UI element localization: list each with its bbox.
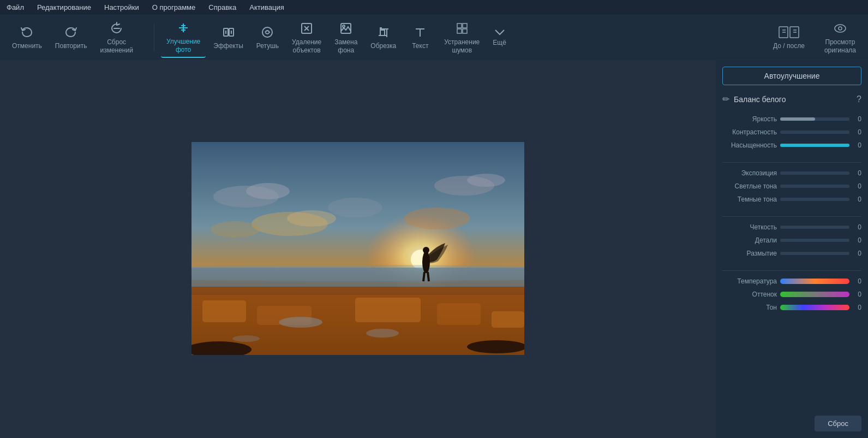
svg-rect-23 (457, 29, 462, 33)
saturation-value: 0 (853, 141, 861, 149)
help-button[interactable]: ? (857, 94, 861, 104)
temperature-row: Температура 0 (722, 277, 861, 285)
enhance-button[interactable]: Улучшение фото (161, 17, 206, 58)
clarity-label: Четкость (722, 223, 777, 231)
exposure-label: Экспозиция (722, 169, 777, 177)
blur-row: Размытие 0 (722, 250, 861, 257)
exposure-slider[interactable] (780, 171, 849, 175)
preview-button[interactable]: Просмотр оригинала (819, 17, 861, 57)
svg-point-44 (211, 221, 260, 238)
svg-line-59 (423, 272, 424, 281)
contrast-row: Контрастность 0 (722, 128, 861, 136)
menu-edit[interactable]: Редактирование (35, 2, 93, 13)
menu-about[interactable]: О программе (150, 2, 198, 13)
eyedropper-icon: ✏ (722, 94, 729, 104)
white-balance-row: ✏ Баланс белого ? (722, 94, 861, 104)
shadows-value: 0 (853, 196, 861, 203)
auto-enhance-button[interactable]: Автоулучшение (722, 67, 861, 85)
blur-value: 0 (853, 250, 861, 257)
temperature-value: 0 (853, 277, 861, 285)
shadows-label: Темные тона (722, 196, 777, 203)
contrast-slider[interactable] (780, 131, 849, 134)
undo-button[interactable]: Отменить (7, 17, 47, 57)
highlights-slider[interactable] (780, 185, 849, 188)
exposure-value: 0 (853, 169, 861, 177)
svg-point-32 (839, 27, 842, 30)
svg-rect-49 (202, 300, 246, 322)
temperature-slider[interactable] (780, 279, 849, 284)
clarity-slider[interactable] (780, 226, 849, 229)
remove-objects-button[interactable]: Удаление объектов (286, 17, 327, 57)
canvas-area[interactable] (0, 60, 715, 438)
crop-button[interactable]: Обрезка (365, 21, 402, 53)
details-label: Детали (722, 236, 777, 244)
toolbar-right: До / после Просмотр оригинала (768, 17, 861, 57)
tint-label: Оттенок (722, 291, 777, 298)
highlights-value: 0 (853, 182, 861, 190)
svg-point-37 (246, 183, 290, 199)
saturation-slider[interactable] (780, 144, 849, 147)
clarity-sliders: Четкость 0 Детали 0 Размытие 0 (722, 223, 861, 257)
menu-settings[interactable]: Настройки (102, 2, 141, 13)
denoise-button[interactable]: Устранение шумов (439, 17, 485, 57)
exposure-sliders: Экспозиция 0 Светлые тона 0 Темные тона … (722, 169, 861, 203)
svg-point-43 (404, 208, 470, 229)
svg-point-56 (232, 335, 260, 342)
reset-changes-button[interactable]: Сброс изменений (94, 17, 138, 57)
svg-point-57 (422, 251, 430, 273)
tone-label: Тон (722, 304, 777, 311)
retouch-button[interactable]: Ретушь (251, 21, 284, 53)
effects-button[interactable]: Эффекты (208, 21, 249, 53)
svg-line-60 (428, 272, 429, 281)
svg-point-54 (279, 317, 322, 328)
brightness-slider[interactable] (780, 117, 849, 121)
divider-1 (722, 162, 861, 163)
main-area: Автоулучшение ✏ Баланс белого ? Яркость … (0, 60, 868, 438)
menubar: Файл Редактирование Настройки О программ… (0, 0, 868, 15)
tone-slider[interactable] (780, 305, 849, 310)
details-slider[interactable] (780, 239, 849, 242)
svg-rect-51 (355, 298, 421, 322)
contrast-value: 0 (853, 128, 861, 136)
brightness-label: Яркость (722, 115, 777, 123)
svg-point-42 (287, 210, 336, 227)
tone-row: Тон 0 (722, 304, 861, 311)
tone-value: 0 (853, 304, 861, 311)
highlights-row: Светлые тона 0 (722, 182, 861, 190)
white-balance-label: Баланс белого (734, 95, 852, 104)
details-value: 0 (853, 236, 861, 244)
shadows-slider[interactable] (780, 198, 849, 201)
saturation-row: Насыщенность 0 (722, 141, 861, 149)
details-row: Детали 0 (722, 236, 861, 244)
clarity-row: Четкость 0 (722, 223, 861, 231)
undo-redo-group: Отменить Повторить Сброс изменений (7, 17, 139, 57)
text-button[interactable]: Текст (404, 21, 436, 53)
svg-rect-24 (463, 29, 467, 33)
menu-file[interactable]: Файл (4, 2, 26, 13)
color-sliders: Температура 0 Оттенок 0 Тон 0 (722, 277, 861, 311)
replace-bg-button[interactable]: Замена фона (329, 17, 363, 57)
svg-point-62 (467, 340, 524, 353)
blur-label: Размытие (722, 250, 777, 257)
before-after-button[interactable]: До / после (768, 21, 810, 53)
blur-slider[interactable] (780, 252, 849, 255)
divider-3 (722, 270, 861, 271)
svg-rect-21 (457, 23, 462, 28)
svg-point-46 (191, 265, 524, 281)
exposure-row: Экспозиция 0 (722, 169, 861, 177)
right-panel: Автоулучшение ✏ Баланс белого ? Яркость … (715, 60, 868, 438)
svg-point-38 (328, 198, 382, 217)
svg-point-40 (467, 174, 505, 187)
redo-button[interactable]: Повторить (50, 17, 93, 57)
photo-container (191, 142, 524, 357)
more-button[interactable]: Ещё (487, 25, 512, 50)
menu-help[interactable]: Справка (206, 2, 238, 13)
svg-point-31 (835, 25, 846, 32)
clarity-value: 0 (853, 223, 861, 231)
reset-button[interactable]: Сброс (815, 416, 861, 431)
svg-point-9 (262, 27, 272, 37)
tint-slider[interactable] (780, 292, 849, 297)
divider-2 (722, 216, 861, 217)
highlights-label: Светлые тона (722, 182, 777, 190)
menu-activate[interactable]: Активация (247, 2, 286, 13)
